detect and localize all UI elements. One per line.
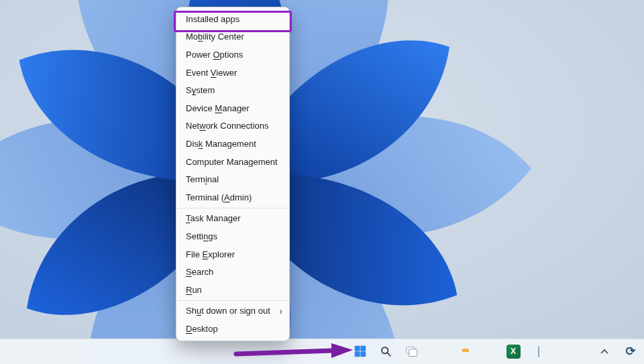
menu-item-label: Device Manager	[186, 103, 250, 113]
excel-icon: X	[506, 345, 521, 359]
menu-item-file-explorer[interactable]: File Explorer	[176, 245, 289, 263]
menu-item-label: Mobility Center	[186, 32, 244, 42]
menu-item-terminal-admin[interactable]: Terminal (Admin)	[176, 188, 289, 206]
app-window-taskbar-button[interactable]	[529, 341, 549, 361]
menu-item-desktop[interactable]: Desktop	[176, 320, 289, 338]
excel-taskbar-button[interactable]: X	[503, 341, 523, 361]
menu-item-shut-down-or-sign-out[interactable]: Shut down or sign out›	[176, 302, 289, 320]
menu-separator	[177, 300, 288, 301]
menu-item-label: Installed apps	[186, 14, 239, 24]
menu-item-label: Settings	[186, 231, 217, 241]
search-icon	[379, 345, 392, 358]
tray-refresh-button[interactable]: ⟳	[621, 341, 641, 361]
menu-item-task-manager[interactable]: Task Manager	[176, 210, 289, 228]
desktop: Installed appsMobility CenterPower Optio…	[0, 0, 644, 364]
menu-item-label: Power Options	[186, 50, 243, 60]
menu-item-installed-apps[interactable]: Installed apps	[176, 10, 289, 28]
submenu-chevron-icon: ›	[279, 306, 282, 316]
refresh-icon: ⟳	[625, 345, 635, 357]
menu-item-label: Disk Management	[186, 139, 256, 149]
menu-item-label: Terminal (Admin)	[186, 192, 252, 202]
menu-item-label: Network Connections	[186, 121, 269, 131]
menu-item-search[interactable]: Search	[176, 263, 289, 281]
task-view-icon	[405, 345, 419, 359]
app-window-icon	[538, 347, 539, 357]
start-icon	[353, 344, 368, 359]
menu-item-mobility-center[interactable]: Mobility Center	[176, 28, 289, 46]
menu-item-label: Task Manager	[186, 213, 241, 223]
menu-item-label: Shut down or sign out	[186, 306, 270, 316]
menu-item-run[interactable]: Run	[176, 281, 289, 299]
start-taskbar-button[interactable]	[350, 341, 370, 361]
menu-item-disk-management[interactable]: Disk Management	[176, 135, 289, 153]
taskbar: X ⟳	[0, 339, 644, 364]
chevron-up-icon	[600, 348, 609, 355]
wallpaper-bloom-image	[0, 0, 644, 364]
menu-item-label: Event Viewer	[186, 68, 237, 78]
tray-chevron-up-button[interactable]	[594, 341, 614, 361]
menu-separator	[177, 208, 288, 208]
search-taskbar-button[interactable]	[376, 341, 396, 361]
winx-menu-list: Installed appsMobility CenterPower Optio…	[176, 10, 289, 338]
menu-item-label: File Explorer	[186, 249, 235, 259]
menu-item-label: Search	[186, 267, 213, 277]
menu-item-settings[interactable]: Settings	[176, 227, 289, 245]
taskbar-icon-group: X	[350, 341, 549, 361]
menu-item-system[interactable]: System	[176, 81, 289, 99]
menu-item-device-manager[interactable]: Device Manager	[176, 99, 289, 117]
menu-item-label: Run	[186, 285, 202, 295]
menu-item-label: Terminal	[186, 174, 219, 184]
menu-item-computer-management[interactable]: Computer Management	[176, 153, 289, 171]
chrome-taskbar-button[interactable]	[427, 341, 447, 361]
menu-item-power-options[interactable]: Power Options	[176, 46, 289, 64]
winx-menu: Installed appsMobility CenterPower Optio…	[176, 7, 290, 341]
menu-item-terminal[interactable]: Terminal	[176, 170, 289, 188]
menu-item-label: Desktop	[186, 324, 218, 334]
task-view-taskbar-button[interactable]	[401, 341, 421, 361]
menu-item-network-connections[interactable]: Network Connections	[176, 117, 289, 135]
menu-item-label: System	[186, 85, 215, 95]
menu-item-label: Computer Management	[186, 157, 278, 167]
taskbar-tray: ⟳	[594, 341, 641, 361]
menu-item-event-viewer[interactable]: Event Viewer	[176, 64, 289, 82]
file-explorer-taskbar-button[interactable]	[452, 341, 472, 361]
opera-taskbar-button[interactable]	[478, 341, 498, 361]
